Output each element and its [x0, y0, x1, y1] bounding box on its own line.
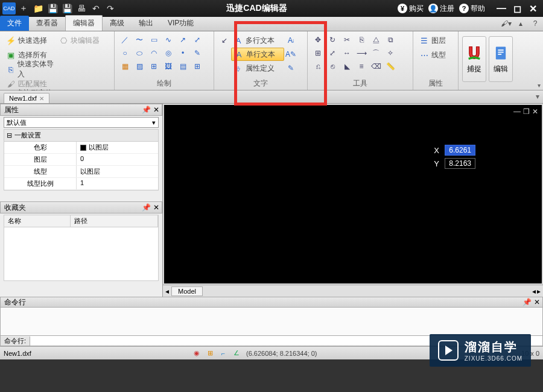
- pin-icon[interactable]: 📌: [142, 203, 151, 212]
- close-icon[interactable]: ✕: [526, 2, 539, 14]
- text-style-icon[interactable]: Aᵢ: [284, 34, 297, 46]
- canvas-restore-icon[interactable]: ❐: [523, 107, 530, 116]
- multiline-text-button[interactable]: A多行文本: [231, 34, 284, 47]
- ribbon-expand-icon[interactable]: ▴: [515, 18, 526, 29]
- chamfer-icon[interactable]: ◣: [340, 60, 354, 72]
- table-icon[interactable]: ▤: [176, 60, 189, 72]
- match-props-button[interactable]: 🖌匹配属性: [4, 77, 55, 90]
- polyline-icon[interactable]: 〜: [133, 34, 146, 46]
- document-tab[interactable]: New1.dxf ✕: [4, 93, 49, 103]
- props-combo[interactable]: 默认值▾: [4, 117, 159, 128]
- prop-row-linetype[interactable]: 线型以图层: [4, 166, 158, 178]
- explode-icon[interactable]: ✧: [384, 47, 397, 59]
- fav-col-name[interactable]: 名称: [4, 215, 71, 227]
- text-find-icon[interactable]: ✎: [284, 62, 297, 74]
- line-icon[interactable]: ／: [118, 34, 132, 46]
- point-icon[interactable]: •: [176, 47, 189, 59]
- offset-icon[interactable]: ⧉: [384, 34, 397, 46]
- region-icon[interactable]: ▨: [133, 60, 146, 72]
- properties-panel-header[interactable]: 属性 📌 ✕: [0, 104, 162, 116]
- help-button[interactable]: ?帮助: [459, 4, 485, 14]
- tab-scroll-left2-icon[interactable]: ◂: [532, 287, 536, 296]
- align-icon[interactable]: ≡: [355, 60, 368, 72]
- fav-col-path[interactable]: 路径: [71, 215, 158, 227]
- undo-icon[interactable]: ↶: [89, 2, 103, 14]
- tab-scroll-right-icon[interactable]: ▸: [537, 287, 541, 296]
- arc-icon[interactable]: ◠: [147, 47, 160, 59]
- grid-icon[interactable]: ⊞: [191, 60, 204, 72]
- attr-def-button[interactable]: ⎀属性定义: [231, 62, 284, 75]
- panel-close-icon[interactable]: ✕: [534, 298, 540, 306]
- canvas-min-icon[interactable]: —: [513, 107, 521, 116]
- image-icon[interactable]: 🖼: [162, 60, 175, 72]
- command-panel-header[interactable]: 命令行 📌 ✕: [0, 297, 543, 308]
- drawing-canvas[interactable]: — ❐ ✕ X 6.6261 Y 8.2163: [164, 105, 542, 283]
- prop-row-ltscale[interactable]: 线型比例1: [4, 178, 158, 190]
- tabs-dropdown-icon[interactable]: ▾: [536, 92, 539, 101]
- x-value[interactable]: 6.6261: [445, 145, 475, 156]
- panel-close-icon[interactable]: ✕: [153, 203, 159, 212]
- favorites-panel-header[interactable]: 收藏夹 📌 ✕: [0, 201, 162, 213]
- app-icon[interactable]: CAD: [2, 2, 16, 14]
- join-icon[interactable]: ⎋: [326, 60, 339, 72]
- text-edit-icon[interactable]: A✎: [284, 48, 297, 60]
- print-icon[interactable]: 🖶: [75, 2, 88, 14]
- buy-button[interactable]: ¥购买: [398, 4, 424, 14]
- move-icon[interactable]: ✥: [311, 34, 325, 46]
- new-icon[interactable]: ＋: [17, 2, 30, 14]
- snap-button[interactable]: 捕捉: [462, 36, 486, 82]
- extend-icon[interactable]: ⟶: [355, 47, 368, 59]
- status-ortho-icon[interactable]: ⌐: [217, 348, 229, 359]
- rect-icon[interactable]: ▭: [147, 34, 160, 46]
- style-dropdown-icon[interactable]: 🖌▾: [501, 18, 512, 29]
- trim-icon[interactable]: ✂: [340, 34, 354, 46]
- status-snap-icon[interactable]: ◉: [191, 348, 203, 359]
- singleline-text-button[interactable]: A单行文本: [231, 48, 284, 61]
- register-button[interactable]: 👤注册: [428, 4, 454, 14]
- tab-output[interactable]: 输出: [132, 16, 160, 31]
- tab-vip[interactable]: VIP功能: [160, 16, 201, 31]
- canvas-close-icon[interactable]: ✕: [532, 107, 538, 116]
- quick-select-button[interactable]: ⚡快速选择: [4, 34, 55, 47]
- menu-help-icon[interactable]: ?: [530, 18, 541, 29]
- prop-row-color[interactable]: 色彩以图层: [4, 142, 158, 154]
- scale-icon[interactable]: ⤢: [326, 47, 339, 59]
- props-category-general[interactable]: ⊟一般设置: [4, 130, 158, 142]
- hatch-icon[interactable]: ▦: [118, 60, 132, 72]
- edit-button[interactable]: 编辑: [489, 36, 513, 82]
- copy-icon[interactable]: ⎘: [355, 34, 368, 46]
- stretch-icon[interactable]: ↔: [340, 47, 354, 59]
- array-icon[interactable]: ⊞: [311, 47, 325, 59]
- block-editor-button[interactable]: ⎔块编辑器: [56, 34, 107, 47]
- donut-icon[interactable]: ◎: [162, 47, 175, 59]
- status-polar-icon[interactable]: ∠: [230, 348, 243, 359]
- panel-close-icon[interactable]: ✕: [153, 106, 159, 114]
- pin-icon[interactable]: 📌: [142, 106, 151, 114]
- circle-icon[interactable]: ○: [118, 47, 132, 59]
- spline-icon[interactable]: ∿: [162, 34, 175, 46]
- xline-icon[interactable]: ⤢: [191, 34, 204, 46]
- redo-icon[interactable]: ↷: [104, 2, 117, 14]
- maximize-icon[interactable]: ◻: [510, 2, 524, 14]
- open-icon[interactable]: 📁: [31, 2, 45, 14]
- layer-button[interactable]: ☰图层: [417, 34, 448, 47]
- block-insert-icon[interactable]: ⊞: [147, 60, 160, 72]
- tab-viewer[interactable]: 查看器: [29, 16, 65, 31]
- saveall-icon[interactable]: 💾: [60, 2, 74, 14]
- quick-import-button[interactable]: ⎘快速实体导入: [4, 63, 61, 76]
- ray-icon[interactable]: ↗: [176, 34, 189, 46]
- break-icon[interactable]: ⎌: [311, 60, 325, 72]
- sketch-icon[interactable]: ✎: [191, 47, 204, 59]
- save-icon[interactable]: 💾: [46, 2, 59, 14]
- command-history[interactable]: [0, 307, 543, 336]
- ellipse-icon[interactable]: ⬭: [133, 47, 146, 59]
- measure-icon[interactable]: 📏: [384, 60, 397, 72]
- model-tab[interactable]: Model: [171, 286, 203, 296]
- tab-advanced[interactable]: 高级: [103, 16, 132, 31]
- tab-file[interactable]: 文件: [0, 16, 29, 31]
- status-grid-icon[interactable]: ⊞: [204, 348, 216, 359]
- prop-row-layer[interactable]: 图层0: [4, 154, 158, 166]
- text-leader-icon[interactable]: ↙: [218, 34, 231, 46]
- tab-close-icon[interactable]: ✕: [39, 95, 44, 102]
- mirror-icon[interactable]: ⧋: [369, 34, 383, 46]
